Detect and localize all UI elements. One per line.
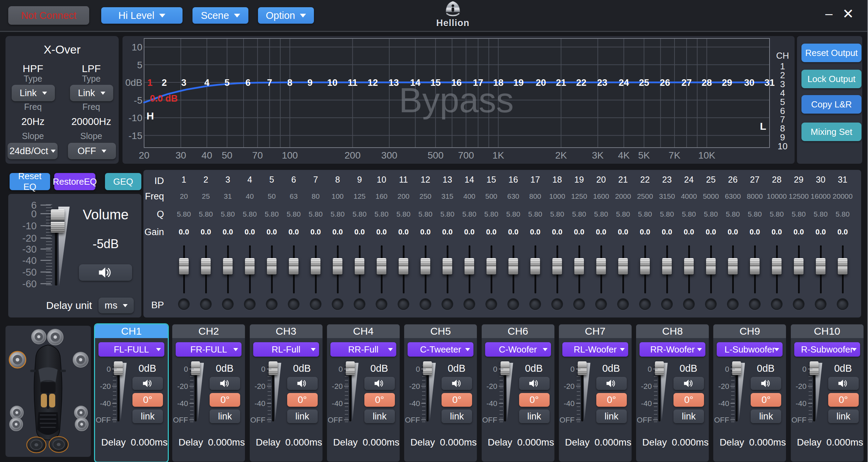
graph-band-marker[interactable]: 9 — [307, 78, 313, 88]
eq-band-freq[interactable]: 400 — [458, 192, 480, 200]
eq-band-q[interactable]: 5.80 — [788, 210, 810, 218]
eq-band-slider-handle[interactable] — [552, 258, 562, 275]
graph-band-marker[interactable]: 11 — [348, 78, 357, 88]
eq-band-q[interactable]: 5.80 — [502, 210, 524, 218]
eq-band-bypass-button[interactable] — [266, 298, 278, 310]
eq-band-q[interactable]: 5.80 — [217, 210, 239, 218]
channel-link-button[interactable]: link — [442, 409, 472, 423]
eq-band-freq[interactable]: 250 — [414, 192, 436, 200]
channel-delay-value[interactable]: 0.000ms — [517, 437, 552, 448]
channel-fader-handle[interactable] — [810, 361, 819, 375]
eq-band-slider-handle[interactable] — [267, 258, 277, 275]
channel-output-select[interactable]: C-Woofer — [485, 342, 551, 357]
graph-band-marker[interactable]: 5 — [224, 78, 230, 88]
eq-band-bypass-button[interactable] — [178, 298, 190, 310]
eq-band-q[interactable]: 5.80 — [722, 210, 744, 218]
eq-band-gain[interactable]: 0.0 — [590, 228, 612, 236]
graph-band-marker[interactable]: 23 — [597, 78, 607, 88]
channel-phase-button[interactable]: 0° — [751, 393, 781, 407]
channel-mute-button[interactable] — [132, 377, 163, 390]
graph-band-marker[interactable]: 7 — [267, 78, 272, 88]
eq-band-gain[interactable]: 0.0 — [678, 228, 700, 236]
eq-band-slider-handle[interactable] — [421, 258, 430, 275]
eq-band-bypass-button[interactable] — [420, 298, 431, 310]
eq-band-bypass-button[interactable] — [222, 298, 234, 310]
eq-band-id[interactable]: 30 — [810, 175, 832, 185]
eq-band-bypass-button[interactable] — [727, 298, 739, 310]
eq-band-gain[interactable]: 0.0 — [305, 228, 327, 236]
eq-band-gain[interactable]: 0.0 — [788, 228, 810, 236]
eq-band-id[interactable]: 16 — [502, 175, 524, 185]
channel-output-select[interactable]: RL-Woofer — [562, 342, 628, 357]
eq-band-id[interactable]: 29 — [788, 175, 810, 185]
eq-band-id[interactable]: 5 — [261, 175, 283, 185]
channel-mute-button[interactable] — [442, 377, 472, 390]
channel-delay-value[interactable]: 0.000ms — [440, 437, 474, 448]
eq-band-bypass-button[interactable] — [749, 298, 761, 310]
eq-band-id[interactable]: 31 — [832, 175, 854, 185]
output-action-copy-l-r[interactable]: Copy L&R — [801, 95, 861, 114]
eq-band-q[interactable]: 5.80 — [832, 210, 854, 218]
eq-band-freq[interactable]: 315 — [436, 192, 458, 200]
eq-band-freq[interactable]: 800 — [524, 192, 546, 200]
eq-band-slider-handle[interactable] — [816, 258, 825, 275]
channel-link-button[interactable]: link — [596, 409, 627, 423]
channel-link-button[interactable]: link — [287, 409, 318, 423]
eq-band-gain[interactable]: 0.0 — [810, 228, 832, 236]
eq-band-bypass-button[interactable] — [200, 298, 212, 310]
graph-band-marker[interactable]: 8 — [287, 78, 292, 88]
graph-band-marker[interactable]: 24 — [619, 78, 629, 88]
graph-band-marker[interactable]: 18 — [493, 78, 503, 88]
channel-header[interactable]: CH10 — [791, 324, 864, 338]
eq-band-freq[interactable]: 16000 — [810, 192, 832, 200]
eq-band-q[interactable]: 5.80 — [744, 210, 766, 218]
eq-band-bypass-button[interactable] — [244, 298, 256, 310]
eq-band-gain[interactable]: 0.0 — [283, 228, 305, 236]
eq-band-slider-handle[interactable] — [333, 258, 342, 275]
eq-band-slider-handle[interactable] — [508, 258, 518, 275]
eq-band-q[interactable]: 5.80 — [305, 210, 327, 218]
ch-list-item[interactable]: 10 — [778, 141, 788, 151]
eq-band-bypass-button[interactable] — [376, 298, 387, 310]
menu-hi-level[interactable]: Hi Level — [101, 7, 183, 24]
eq-band-q[interactable]: 5.80 — [612, 210, 634, 218]
eq-band-freq[interactable]: 20000 — [832, 192, 854, 200]
eq-band-gain[interactable]: 0.0 — [722, 228, 744, 236]
eq-band-gain[interactable]: 0.0 — [414, 228, 436, 236]
eq-band-gain[interactable]: 0.0 — [195, 228, 217, 236]
frequency-response-graph[interactable]: 1050dB-5-10-1520304050701002003005007001… — [122, 36, 795, 164]
eq-band-id[interactable]: 26 — [722, 175, 744, 185]
master-mute-button[interactable] — [79, 264, 132, 281]
channel-delay-value[interactable]: 0.000ms — [363, 437, 397, 448]
eq-button-reset-eq[interactable]: Reset EQ — [10, 173, 50, 190]
channel-phase-button[interactable]: 0° — [442, 393, 472, 407]
eq-band-slider-handle[interactable] — [486, 258, 496, 275]
graph-band-marker[interactable]: 28 — [702, 78, 712, 88]
eq-band-gain[interactable]: 0.0 — [349, 228, 371, 236]
eq-band-id[interactable]: 12 — [414, 175, 436, 185]
channel-link-button[interactable]: link — [828, 409, 859, 423]
hpf-drag-marker[interactable]: H — [146, 110, 154, 122]
eq-band-id[interactable]: 13 — [436, 175, 458, 185]
eq-band-id[interactable]: 20 — [590, 175, 612, 185]
eq-band-bypass-button[interactable] — [595, 298, 607, 310]
eq-band-slider-handle[interactable] — [289, 258, 298, 275]
eq-band-slider-handle[interactable] — [838, 258, 847, 275]
graph-band-marker[interactable]: 4 — [204, 78, 209, 88]
eq-band-slider-handle[interactable] — [179, 258, 189, 275]
eq-band-id[interactable]: 7 — [305, 175, 327, 185]
channel-delay-value[interactable]: 0.000ms — [131, 437, 165, 448]
eq-band-slider-handle[interactable] — [201, 258, 211, 275]
eq-band-q[interactable]: 5.80 — [283, 210, 305, 218]
channel-output-select[interactable]: R-Subwoofer — [794, 342, 860, 357]
eq-band-id[interactable]: 9 — [349, 175, 371, 185]
lpf-drag-marker[interactable]: L — [760, 120, 766, 132]
graph-band-marker[interactable]: 13 — [389, 78, 399, 88]
eq-band-bypass-button[interactable] — [485, 298, 497, 310]
eq-band-bypass-button[interactable] — [617, 298, 629, 310]
graph-band-marker[interactable]: 14 — [410, 78, 421, 88]
eq-band-q[interactable]: 5.80 — [173, 210, 195, 218]
delay-unit-select[interactable]: ms — [98, 298, 134, 313]
eq-band-slider-handle[interactable] — [399, 258, 408, 275]
eq-band-q[interactable]: 5.80 — [634, 210, 656, 218]
